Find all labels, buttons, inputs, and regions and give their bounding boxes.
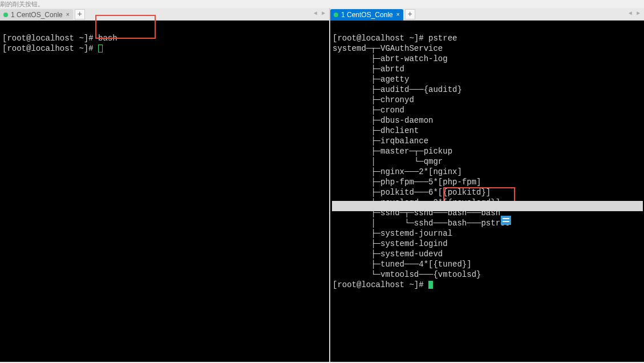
tree-row: ├─crond	[333, 106, 404, 115]
left-tab[interactable]: 1 CentOS_Conle ×	[0, 9, 73, 21]
tree-row: ├─abrtd	[333, 64, 404, 74]
tab-nav: ◄ ►	[312, 10, 327, 18]
tree-row: ├─dbus-daemon	[333, 116, 433, 125]
menu-icon	[501, 216, 511, 225]
prompt: [root@localhost ~]#	[2, 44, 98, 53]
cursor-icon	[98, 45, 103, 53]
tree-row: ├─systemd-udevd	[333, 249, 443, 259]
tree-row: ├─systemd-logind	[333, 239, 448, 248]
tab-status-dot	[3, 13, 8, 17]
tab-nav-left-icon[interactable]: ◄	[627, 10, 634, 18]
add-tab-button[interactable]: +	[405, 9, 415, 19]
tree-row: ├─chronyd	[333, 95, 414, 104]
tree-row-highlighted: ├─sshd─┬─sshd───bash───bash	[333, 208, 500, 217]
right-tab-bar: 1 CentOS_Conle × + ◄ ►	[330, 8, 644, 21]
tree-row: ├─systemd-journal	[333, 229, 452, 238]
prompt: [root@localhost ~]#	[333, 34, 428, 43]
tree-row: ├─agetty	[333, 75, 409, 84]
tree-row: ├─tuned───4*[{tuned}]	[333, 260, 472, 269]
tab-nav-right-icon[interactable]: ►	[635, 10, 642, 18]
tab-nav-right-icon[interactable]: ►	[320, 10, 327, 18]
prompt: [root@localhost ~]#	[333, 280, 428, 289]
right-terminal[interactable]: [root@localhost ~]# pstree systemd─┬─VGA…	[330, 21, 644, 362]
tab-close-icon[interactable]: ×	[396, 11, 400, 18]
tree-row: │ └─qmgr	[333, 157, 443, 166]
command-text: bash	[98, 34, 118, 43]
tree-row: └─vmtoolsd───{vmtoolsd}	[333, 270, 481, 279]
left-pane: 1 CentOS_Conle × + ◄ ► [root@localhost ~…	[0, 8, 329, 362]
tree-row: ├─polkitd───6*[{polkitd}]	[333, 188, 491, 197]
tree-row: ├─auditd───{auditd}	[333, 85, 462, 94]
right-pane: 1 CentOS_Conle × + ◄ ► [root@localhost ~…	[330, 8, 644, 362]
command-text: pstree	[428, 34, 457, 43]
tab-nav-left-icon[interactable]: ◄	[312, 10, 319, 18]
tab-nav: ◄ ►	[627, 10, 642, 18]
tree-row: ├─master─┬─pickup	[333, 147, 452, 156]
tab-close-icon[interactable]: ×	[66, 11, 70, 18]
tree-row: ├─nginx───2*[nginx]	[333, 167, 462, 176]
right-tab[interactable]: 1 CentOS_Conle ×	[330, 9, 403, 21]
tab-label: 1 CentOS_Conle	[11, 11, 63, 19]
left-tab-bar: 1 CentOS_Conle × + ◄ ►	[0, 8, 329, 21]
split-container: 1 CentOS_Conle × + ◄ ► [root@localhost ~…	[0, 8, 644, 363]
page-hint-text: 刷的削关按钮。	[0, 0, 44, 9]
prompt: [root@localhost ~]#	[2, 34, 98, 43]
tree-row: ├─php-fpm───5*[php-fpm]	[333, 178, 481, 187]
tree-row: systemd─┬─VGAuthService	[333, 44, 443, 53]
left-terminal[interactable]: [root@localhost ~]# bash [root@localhost…	[0, 21, 329, 362]
tab-status-dot	[334, 13, 338, 17]
tree-row: ├─irqbalance	[333, 136, 428, 146]
tree-row: ├─abrt-watch-log	[333, 54, 448, 63]
tree-row: │ └─sshd───bash───pstree	[333, 219, 510, 228]
cursor-icon	[428, 281, 433, 289]
tree-row: ├─dhclient	[333, 126, 419, 135]
add-tab-button[interactable]: +	[75, 9, 85, 19]
tab-label: 1 CentOS_Conle	[341, 11, 393, 19]
